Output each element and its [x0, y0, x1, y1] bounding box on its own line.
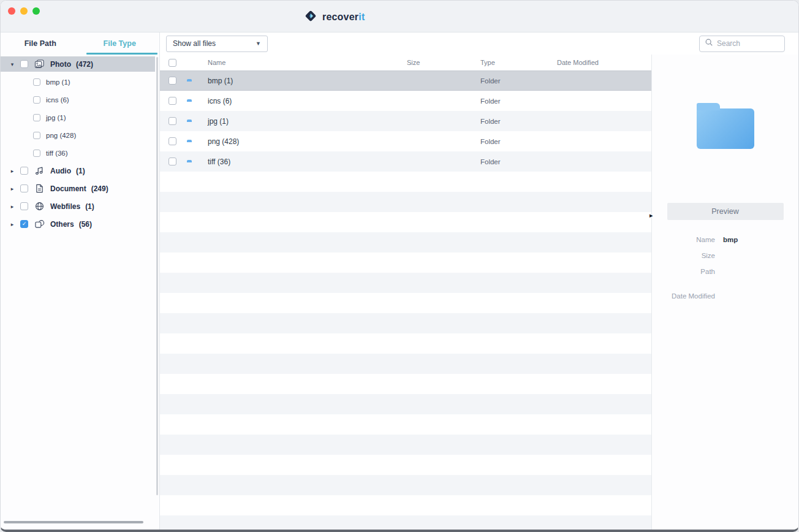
tree-item-label: Photo: [50, 60, 71, 69]
category-icon: [33, 166, 45, 176]
tree-item-label: Others: [50, 220, 74, 229]
tree-child-label: jpg (1): [46, 114, 66, 121]
search-box[interactable]: [699, 36, 785, 52]
tree-item-checkbox[interactable]: [20, 202, 28, 210]
disclosure-triangle-icon[interactable]: ▸: [9, 186, 15, 192]
category-icon: [33, 59, 45, 69]
tree-item: ▸ Audio (1): [1, 163, 159, 178]
column-header-size[interactable]: Size: [407, 59, 480, 66]
tree-child-item[interactable]: icns (6): [1, 92, 159, 107]
panel-collapse-handle[interactable]: ▸: [649, 211, 653, 219]
tree-item-count: (1): [76, 167, 85, 175]
traffic-lights: [8, 7, 40, 15]
table-row[interactable]: icns (6) Folder: [160, 91, 651, 111]
tab-file-type[interactable]: File Type: [80, 32, 160, 55]
file-list-rows: bmp (1) Folder icns (6) Folder jpg (1) F…: [160, 70, 651, 530]
tree-item-count: (1): [85, 202, 94, 211]
cell-name: jpg (1): [208, 117, 407, 126]
tree-item-label: Document: [50, 184, 86, 193]
field-label: Date Modified: [652, 292, 715, 300]
row-checkbox[interactable]: [169, 117, 176, 125]
tree-child-checkbox[interactable]: [33, 114, 40, 121]
zoom-button[interactable]: [32, 7, 40, 15]
cell-name: bmp (1): [208, 77, 407, 85]
file-filter-value: Show all files: [173, 39, 216, 48]
toolbar: Show all files ▼: [160, 32, 798, 55]
tree-child-checkbox[interactable]: [33, 78, 40, 86]
category-icon: [33, 184, 45, 194]
chevron-down-icon: ▼: [256, 40, 261, 47]
preview-field: Path: [652, 268, 798, 275]
sidebar-horizontal-scrollbar[interactable]: [4, 521, 143, 523]
tab-file-path[interactable]: File Path: [1, 32, 80, 55]
search-input[interactable]: [717, 39, 779, 48]
preview-panel: ▸ Preview Name bmp Size Path Date Modifi…: [652, 55, 798, 530]
logo-wordmark: recoverit: [322, 12, 365, 23]
column-header-type[interactable]: Type: [480, 59, 557, 66]
field-label: Path: [652, 268, 715, 275]
disclosure-triangle-icon[interactable]: ▸: [9, 203, 15, 210]
preview-field: Name bmp: [652, 236, 798, 243]
row-checkbox[interactable]: [169, 137, 176, 145]
row-checkbox[interactable]: [169, 77, 176, 85]
field-value: bmp: [723, 236, 798, 243]
close-button[interactable]: [8, 7, 15, 15]
table-row[interactable]: tiff (36) Folder: [160, 151, 651, 172]
category-icon: [33, 219, 45, 229]
tree-child-label: bmp (1): [46, 78, 70, 86]
tree-item-checkbox[interactable]: [20, 220, 28, 228]
tree-item-checkbox[interactable]: [20, 184, 28, 192]
column-header-date-modified[interactable]: Date Modified: [557, 59, 651, 66]
file-type-tree: ▾ Photo (472) bmp (1) icns (6) jpg (1) p…: [1, 55, 159, 530]
cell-type: Folder: [480, 118, 557, 125]
tree-child-label: icns (6): [46, 96, 69, 104]
row-checkbox[interactable]: [169, 158, 176, 165]
cell-name: png (428): [208, 137, 407, 146]
tree-item-count: (56): [79, 220, 92, 229]
tree-item-row[interactable]: ▸ Webfiles (1): [1, 199, 155, 214]
tree-item-checkbox[interactable]: [20, 60, 28, 68]
cell-name: tiff (36): [208, 158, 407, 166]
table-row[interactable]: jpg (1) Folder: [160, 111, 651, 131]
tree-item-row[interactable]: ▸ Others (56): [1, 216, 155, 232]
preview-field: Date Modified: [652, 292, 798, 300]
tree-child-item[interactable]: jpg (1): [1, 110, 159, 125]
tree-child-checkbox[interactable]: [33, 150, 40, 157]
tree-item-row[interactable]: ▸ Audio (1): [1, 163, 155, 178]
tree-child-checkbox[interactable]: [33, 96, 40, 104]
row-checkbox[interactable]: [169, 97, 176, 105]
tree-item-row[interactable]: ▾ Photo (472): [1, 56, 155, 72]
search-icon: [705, 38, 713, 49]
tree-item: ▸ Others (56): [1, 216, 159, 232]
table-row[interactable]: bmp (1) Folder: [160, 70, 651, 91]
tree-child-item[interactable]: tiff (36): [1, 145, 159, 161]
field-label: Size: [652, 252, 715, 259]
column-header-name[interactable]: Name: [208, 59, 407, 66]
recoverit-logo-icon: [303, 9, 318, 26]
disclosure-triangle-icon[interactable]: ▸: [9, 221, 15, 227]
tree-item-count: (472): [76, 60, 93, 69]
cell-name: icns (6): [208, 97, 407, 105]
folder-preview-icon: [697, 108, 754, 149]
preview-fields: Name bmp Size Path Date Modified: [652, 236, 798, 300]
tree-item: ▸ Webfiles (1): [1, 199, 159, 214]
tree-child-item[interactable]: png (428): [1, 127, 159, 143]
sidebar-vertical-scrollbar[interactable]: [156, 57, 158, 495]
tree-item-row[interactable]: ▸ Document (249): [1, 181, 155, 196]
table-row[interactable]: png (428) Folder: [160, 131, 651, 151]
disclosure-triangle-icon[interactable]: ▾: [9, 61, 15, 67]
tree-item-checkbox[interactable]: [20, 167, 28, 175]
select-all-checkbox[interactable]: [169, 59, 176, 67]
minimize-button[interactable]: [20, 7, 28, 15]
tree-children: bmp (1) icns (6) jpg (1) png (428) tiff …: [1, 74, 159, 161]
file-list-header: Name Size Type Date Modified: [160, 55, 651, 70]
tree-child-item[interactable]: bmp (1): [1, 74, 159, 89]
tree-child-label: png (428): [46, 132, 76, 139]
file-filter-dropdown[interactable]: Show all files ▼: [166, 36, 268, 52]
tree-item: ▸ Document (249): [1, 181, 159, 196]
disclosure-triangle-icon[interactable]: ▸: [9, 168, 15, 174]
tree-child-checkbox[interactable]: [33, 132, 40, 139]
titlebar: recoverit: [1, 1, 798, 32]
preview-button[interactable]: Preview: [667, 203, 784, 220]
sidebar-tabs: File Path File Type: [1, 32, 159, 55]
